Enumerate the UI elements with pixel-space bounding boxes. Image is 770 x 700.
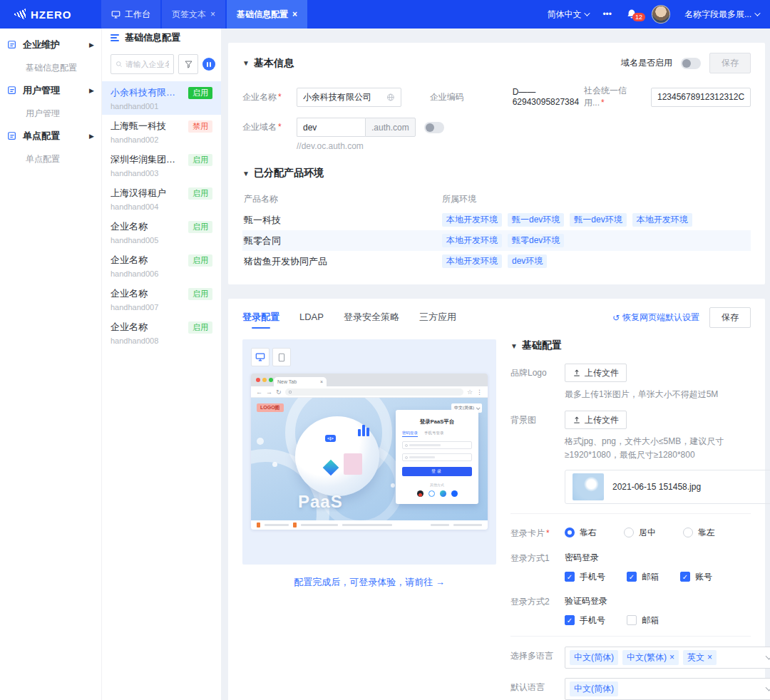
domain-input[interactable] [303, 123, 359, 133]
status-badge: 禁用 [188, 120, 212, 133]
preview-login-card: 登录PaaS平台 密码登录 手机号登录 登录 其他方式 [396, 410, 478, 504]
sidebar-group-0[interactable]: 企业维护▶ [0, 33, 101, 57]
search-box[interactable] [111, 54, 174, 74]
checkbox-option[interactable]: 邮箱 [627, 614, 659, 627]
company-list-item[interactable]: 上海汉得租户 启用 handhand004 [102, 182, 221, 215]
restore-default-link[interactable]: ↺恢复网页端默认设置 [612, 312, 699, 324]
default-language-select[interactable]: 中文(简体) [565, 678, 770, 700]
login-tab-1[interactable]: LDAP [299, 312, 324, 324]
checkbox-icon: ✓ [565, 615, 575, 625]
credit-code-input[interactable] [657, 92, 744, 102]
env-tag: 甄一dev环境 [508, 213, 564, 227]
funnel-icon [184, 60, 193, 69]
upload-background-button[interactable]: 上传文件 [565, 411, 627, 429]
company-name-field[interactable] [297, 88, 401, 107]
field-label: 企业编码 [430, 91, 471, 103]
section-title: 基础配置 [522, 339, 562, 352]
login-tab-3[interactable]: 三方应用 [419, 311, 456, 325]
company-list-item[interactable]: 企业名称 启用 handhand007 [102, 282, 221, 316]
checkbox-option[interactable]: ✓邮箱 [627, 571, 659, 583]
collapse-caret-icon[interactable]: ▼ [242, 170, 250, 177]
sidebar-group-2[interactable]: 单点配置▶ [0, 124, 101, 148]
close-icon[interactable]: × [292, 9, 297, 19]
language-tag: 英文× [683, 650, 717, 665]
user-menu[interactable]: 名称字段最多展... [684, 9, 759, 21]
company-list-item[interactable]: 企业名称 启用 handhand008 [102, 316, 221, 349]
env-table-row: 甄零合同 本地开发环境甄零dev环境 [242, 230, 751, 251]
app-logo[interactable]: HZERO [0, 0, 101, 29]
field-label: 默认语言 [510, 678, 565, 700]
filter-button[interactable] [178, 54, 198, 74]
tab-workbench[interactable]: 工作台 [101, 0, 160, 29]
login-tab-0[interactable]: 登录配置 [242, 311, 279, 325]
chevron-right-icon: ▶ [89, 41, 94, 48]
language-switcher[interactable]: 简体中文 [547, 9, 588, 21]
domain-field[interactable] [297, 118, 365, 137]
close-icon[interactable]: × [210, 9, 215, 19]
radio-option[interactable]: 居中 [624, 527, 656, 539]
checkbox-icon: ✓ [627, 572, 637, 582]
collapse-panel-button[interactable] [202, 58, 215, 71]
chevron-right-icon: ▶ [89, 133, 94, 140]
experience-link[interactable]: 配置完成后，可登录体验，请前往 → [242, 576, 496, 589]
radio-option[interactable]: 靠右 [565, 527, 597, 539]
preview-footer [251, 520, 488, 530]
notification-bell[interactable]: 12 [626, 9, 637, 20]
avatar[interactable] [652, 5, 670, 24]
language-tag: 中文(简体) [570, 650, 618, 665]
credit-code-field[interactable] [651, 88, 751, 107]
multilang-select[interactable]: 中文(简体)中文(繁体)×英文× [565, 647, 770, 669]
upload-icon [573, 369, 581, 377]
upload-hint: 格式jpg、png，文件大小≤5MB，建议尺寸≥1920*1080，最低尺寸≥1… [565, 435, 751, 462]
top-bar: HZERO 工作台 页签文本 × 基础信息配置 × 简体中文 ••• 12 名称… [0, 0, 770, 29]
env-tag: 本地开发环境 [632, 213, 692, 227]
login-preview: New Tab× ←→↻ ☆⋮ [242, 339, 496, 565]
save-button[interactable]: 保存 [709, 307, 751, 328]
sidebar-subitem[interactable]: 单点配置 [0, 148, 101, 170]
field-label: 企业域名* [242, 121, 288, 133]
tab-basic-info-config[interactable]: 基础信息配置 × [227, 0, 307, 29]
checkbox-icon: ✓ [680, 572, 690, 582]
company-list-item[interactable]: 深圳华润集团股份有... 启用 handhand003 [102, 148, 221, 182]
search-input[interactable] [125, 60, 169, 68]
basic-info-card: ▼ 基本信息 域名是否启用 保存 企业名称* 企业编码 D——629430958… [228, 43, 765, 284]
company-name-input[interactable] [303, 92, 386, 102]
upload-logo-button[interactable]: 上传文件 [565, 364, 627, 382]
file-thumbnail[interactable] [573, 473, 604, 500]
company-list-item[interactable]: 上海甄一科技 禁用 handhand002 [102, 115, 221, 148]
chevron-right-icon: ▶ [89, 87, 94, 94]
star-icon: ☆ [467, 388, 473, 396]
doc-icon [7, 86, 17, 96]
sidebar-subitem[interactable]: 基础信息配置 [0, 57, 101, 78]
domain-enable-toggle[interactable] [681, 58, 701, 69]
checkbox-option[interactable]: ✓手机号 [565, 614, 605, 627]
collapse-caret-icon[interactable]: ▼ [510, 342, 518, 350]
radio-option[interactable]: 靠左 [683, 527, 715, 539]
remove-tag-icon[interactable]: × [669, 652, 674, 662]
checkbox-option[interactable]: ✓账号 [680, 571, 712, 583]
column-header: 产品名称 [242, 193, 442, 205]
collapse-caret-icon[interactable]: ▼ [242, 59, 250, 67]
env-table: 产品名称 所属环境 甄一科技 本地开发环境甄一dev环境甄一dev环境本地开发环… [242, 188, 751, 272]
checkbox-option[interactable]: ✓手机号 [565, 571, 605, 583]
sidebar-group-1[interactable]: 用户管理▶ [0, 78, 101, 103]
globe-icon[interactable] [386, 93, 395, 102]
preview-login-title: 登录PaaS平台 [402, 418, 472, 426]
company-list-item[interactable]: 企业名称 启用 handhand006 [102, 249, 221, 282]
menu-icon[interactable] [111, 34, 119, 41]
refresh-icon: ↺ [612, 313, 620, 323]
company-list-item[interactable]: 企业名称 启用 handhand005 [102, 215, 221, 249]
company-list-item[interactable]: 小余科技有限公司 启用 handhand001 [102, 81, 221, 115]
sidebar-subitem[interactable]: 用户管理 [0, 103, 101, 124]
more-menu[interactable]: ••• [602, 9, 612, 19]
browser-tab-title: New Tab [277, 379, 297, 384]
domain-toggle[interactable] [424, 122, 444, 133]
save-button[interactable]: 保存 [709, 53, 751, 73]
login-tab-2[interactable]: 登录安全策略 [344, 311, 399, 325]
desktop-preview-button[interactable] [251, 348, 270, 366]
tab-page-text[interactable]: 页签文本 × [162, 0, 225, 29]
remove-tag-icon[interactable]: × [707, 652, 712, 662]
mobile-preview-button[interactable] [272, 348, 291, 366]
notification-count: 12 [632, 13, 645, 21]
logo-icon [13, 9, 26, 20]
